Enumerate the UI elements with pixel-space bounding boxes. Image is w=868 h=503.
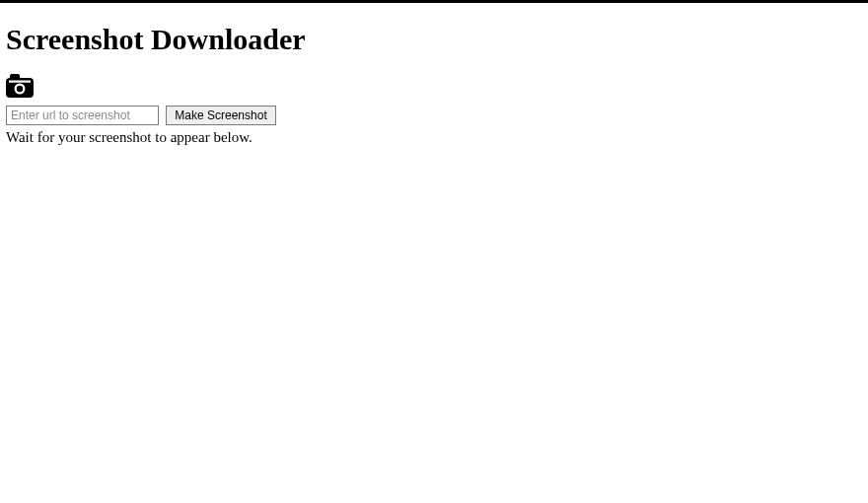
screenshot-form: Make Screenshot <box>6 106 862 125</box>
svg-rect-1 <box>10 74 20 80</box>
url-input[interactable] <box>6 106 159 125</box>
svg-rect-2 <box>9 81 31 83</box>
make-screenshot-button[interactable]: Make Screenshot <box>166 106 275 125</box>
camera-icon <box>6 74 34 98</box>
svg-point-4 <box>17 86 23 92</box>
main-content: Screenshot Downloader Make Screenshot Wa… <box>0 3 868 146</box>
page-title: Screenshot Downloader <box>6 23 862 56</box>
status-text: Wait for your screenshot to appear below… <box>6 129 862 146</box>
